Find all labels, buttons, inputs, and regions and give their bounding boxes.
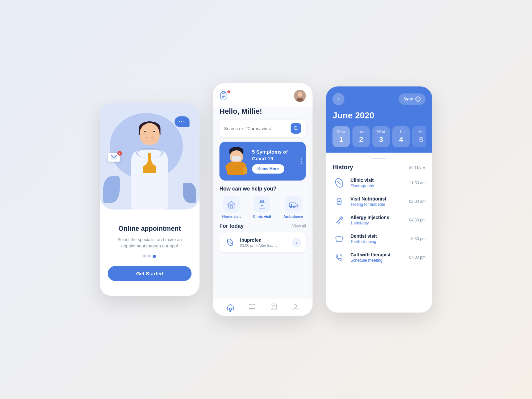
cal-day-name-mon: Mon: [337, 129, 345, 134]
calendar-days: Mon 1 Tue 2 Wed 3 Thu 4 Fri 5: [332, 126, 426, 153]
nutritionist-sub: Testing for diabetes: [350, 202, 404, 207]
dot-1: [143, 255, 146, 257]
onboarding-screen: ··· ♥: [100, 103, 200, 296]
leaf-right-decoration: [183, 183, 196, 203]
svg-point-30: [294, 305, 297, 307]
cal-day-wed[interactable]: Wed 3: [372, 126, 390, 147]
clinic-visit-name: Clinic visit: [350, 178, 404, 183]
dentist-name: Dentist visit: [350, 233, 407, 239]
onboarding-illustration: ··· ♥: [100, 103, 200, 209]
svg-rect-11: [229, 204, 234, 208]
service-home-visit[interactable]: Home visit: [222, 196, 241, 218]
history-list: Clinic visit Fluorography 11:30 am: [332, 176, 426, 264]
cal-day-num-mon: 1: [339, 135, 343, 144]
back-button[interactable]: ‹: [332, 93, 344, 105]
allergy-time: 04:30 pm: [409, 218, 426, 222]
banner-dots: [301, 158, 302, 164]
cal-day-num-wed: 3: [379, 135, 383, 144]
view-all-link[interactable]: View all: [292, 224, 306, 228]
search-bar: [219, 120, 306, 137]
service-clinic-visit[interactable]: Clinic visit: [253, 196, 271, 218]
sort-button[interactable]: Sort by ∨: [409, 165, 426, 170]
greeting-text: Hello, Millie!: [213, 107, 313, 120]
svg-point-32: [417, 98, 419, 100]
home-header: [213, 83, 313, 107]
calendar-month: June 2020: [332, 110, 426, 121]
get-started-button[interactable]: Get Started: [108, 266, 192, 281]
envelope-icon: ♥: [108, 153, 120, 162]
cal-day-mon[interactable]: Mon 1: [332, 126, 350, 147]
service-ambulance[interactable]: Ambulance: [283, 196, 303, 218]
dentist-time: 5:30 pm: [411, 236, 426, 241]
nav-home-indicator: [229, 310, 231, 312]
nav-home[interactable]: [227, 303, 234, 311]
nav-profile[interactable]: [292, 303, 299, 311]
history-item-allergy[interactable]: Allergy Injections 1 shot/day 04:30 pm: [332, 213, 426, 227]
leaf-left-decoration: [103, 176, 120, 203]
medication-item-ibuprofen[interactable]: Ibuprofen 03:00 pm • After Eating ›: [219, 232, 306, 252]
nav-list[interactable]: [270, 303, 277, 311]
search-button[interactable]: [291, 123, 301, 134]
cal-day-fri[interactable]: Fri 5: [412, 126, 426, 147]
search-input[interactable]: [224, 126, 291, 131]
services-list: Home visit Clinic visit: [213, 196, 313, 223]
banner-dot-2: [301, 161, 302, 162]
user-avatar[interactable]: [294, 90, 306, 102]
onboarding-title: Online appointment: [118, 225, 181, 232]
calendar-header: ‹ Sync June 2020 Mon 1: [326, 86, 432, 153]
nutritionist-name: Visit Nutritionist: [350, 196, 404, 201]
allergy-sub: 1 shot/day: [350, 221, 404, 225]
svg-line-10: [297, 129, 298, 131]
svg-rect-2: [222, 91, 225, 93]
know-more-button[interactable]: Know More: [252, 164, 284, 174]
dot-2: [148, 255, 151, 257]
sort-label: Sort by: [409, 165, 421, 170]
sync-button[interactable]: Sync: [399, 93, 426, 105]
history-item-therapist[interactable]: Call with therapist Schedule meeting 07:…: [332, 251, 426, 264]
stethoscope: [136, 148, 163, 158]
history-item-dentist[interactable]: Dentist visit Teeth cleaning 5:30 pm: [332, 232, 426, 245]
sync-label: Sync: [403, 97, 413, 101]
svg-line-38: [337, 181, 341, 185]
app-logo: [219, 90, 230, 101]
banner-dot-1: [301, 158, 302, 160]
cal-day-tue[interactable]: Tue 2: [352, 126, 370, 147]
calendar-screen: ‹ Sync June 2020 Mon 1: [326, 86, 432, 313]
history-header: History Sort by ∨: [332, 164, 426, 171]
cal-day-num-fri: 5: [419, 135, 423, 144]
help-section-title: How can we help you?: [213, 186, 313, 196]
cal-day-name-wed: Wed: [377, 129, 385, 134]
home-visit-icon: [223, 196, 240, 212]
notification-badge: [227, 90, 230, 93]
covid-banner: 5 Symptoms of Covid-19 Know More: [219, 142, 306, 181]
svg-line-44: [338, 222, 340, 224]
cal-day-thu[interactable]: Thu 4: [392, 126, 410, 147]
nutritionist-info: Visit Nutritionist Testing for diabetes: [350, 196, 404, 207]
history-item-clinic-visit[interactable]: Clinic visit Fluorography 11:30 am: [332, 176, 426, 190]
svg-line-24: [228, 241, 232, 244]
clinic-visit-time: 11:30 am: [409, 181, 426, 185]
screens-container: ··· ♥: [86, 70, 446, 329]
clinic-visit-label: Clinic visit: [253, 214, 271, 218]
allergy-history-icon: [332, 213, 346, 227]
pagination-dots: [143, 255, 156, 258]
home-visit-label: Home visit: [222, 214, 241, 218]
svg-point-7: [298, 92, 302, 97]
username-label: Millie!: [241, 107, 262, 115]
cal-day-name-thu: Thu: [398, 129, 405, 134]
nutritionist-time: 02:00 am: [409, 199, 426, 204]
therapist-time: 07:00 pm: [409, 255, 426, 260]
history-item-nutritionist[interactable]: Visit Nutritionist Testing for diabetes …: [332, 195, 426, 208]
medication-arrow[interactable]: ›: [292, 238, 301, 247]
dot-3: [153, 255, 156, 258]
doctor-head: [140, 123, 160, 145]
cal-day-num-thu: 4: [399, 135, 403, 144]
cal-day-num-tue: 2: [359, 135, 363, 144]
pill-icon: [224, 236, 236, 248]
therapist-name: Call with therapist: [350, 252, 404, 257]
therapist-history-icon: [332, 251, 346, 264]
banner-content: 5 Symptoms of Covid-19 Know More: [252, 149, 301, 174]
therapist-sub: Schedule meeting: [350, 258, 404, 263]
nav-chat[interactable]: [248, 303, 256, 311]
clinic-visit-history-icon: [332, 176, 346, 190]
